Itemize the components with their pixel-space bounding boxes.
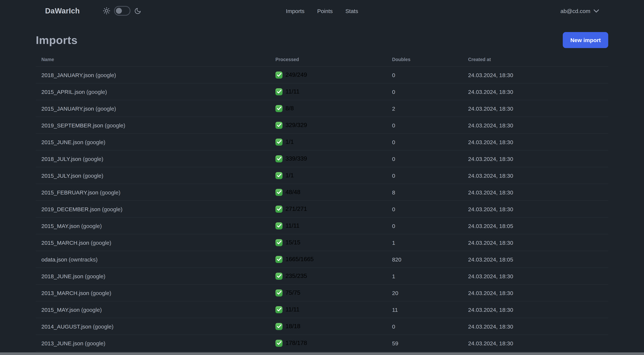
import-file-link[interactable]: 2014_AUGUST.json — [41, 323, 92, 330]
created-at-value: 24.03.2024, 18:30 — [468, 72, 513, 78]
import-file-link[interactable]: 2013_JUNE.json — [41, 340, 83, 346]
table-row: 2015_JULY.json (google) 1/1 0 24.03.2024… — [36, 167, 608, 184]
import-file-link[interactable]: 2018_JULY.json — [41, 156, 81, 162]
doubles-count: 0 — [392, 72, 395, 78]
import-source-label: (google) — [93, 323, 114, 330]
table-body: 2018_JANUARY.json (google) 249/249 0 24.… — [36, 67, 608, 355]
navbar: DaWarIch Imports Points Stat — [0, 0, 644, 21]
import-file-link[interactable]: 2015_FEBRUARY.json — [41, 189, 98, 195]
import-file-link[interactable]: 2018_JANUARY.json — [41, 72, 94, 78]
cell-processed: 329/329 — [270, 122, 386, 129]
cell-processed: 15/15 — [270, 239, 386, 246]
cell-name: 2015_MARCH.json (google) — [36, 239, 270, 246]
import-file-link[interactable]: 2019_SEPTEMBER.json — [41, 122, 103, 128]
doubles-count: 0 — [392, 122, 395, 128]
cell-processed: 48/48 — [270, 189, 386, 196]
success-check-icon — [276, 306, 282, 313]
processed-count: 1/1 — [286, 139, 294, 145]
import-file-link[interactable]: 2015_MAY.json — [41, 306, 80, 313]
cell-created-at: 24.03.2024, 18:05 — [462, 256, 608, 262]
cell-name: 2015_MAY.json (google) — [36, 223, 270, 229]
cell-processed: 11/11 — [270, 88, 386, 95]
created-at-value: 24.03.2024, 18:30 — [468, 189, 513, 195]
import-file-link[interactable]: 2015_JULY.json — [41, 172, 81, 179]
main-content: Imports New import Name Processed Double… — [0, 32, 644, 355]
nav-link-points[interactable]: Points — [317, 8, 332, 14]
doubles-count: 11 — [392, 306, 398, 313]
app-logo[interactable]: DaWarIch — [45, 6, 80, 15]
nav-link-stats[interactable]: Stats — [346, 8, 358, 14]
table-row: 2015_MAY.json (google) 11/11 0 24.03.202… — [36, 218, 608, 234]
doubles-count: 0 — [392, 139, 395, 145]
processed-count: 329/329 — [286, 122, 307, 128]
horizontal-scrollbar[interactable] — [0, 353, 644, 355]
created-at-value: 24.03.2024, 18:30 — [468, 88, 513, 95]
table-row: 2013_JUNE.json (google) 178/178 59 24.03… — [36, 335, 608, 352]
import-source-label: (google) — [85, 340, 106, 346]
cell-processed: 8/8 — [270, 105, 386, 112]
cell-name: 2013_MARCH.json (google) — [36, 290, 270, 296]
created-at-value: 24.03.2024, 18:30 — [468, 156, 513, 162]
account-menu[interactable]: ab@cd.com — [560, 8, 599, 14]
success-check-icon — [276, 138, 282, 145]
import-file-link[interactable]: 2015_JANUARY.json — [41, 105, 94, 112]
doubles-count: 59 — [392, 340, 398, 346]
cell-name: 2019_SEPTEMBER.json (google) — [36, 122, 270, 128]
import-source-label: (google) — [83, 172, 103, 179]
import-file-link[interactable]: 2015_MARCH.json — [41, 239, 89, 246]
cell-created-at: 24.03.2024, 18:30 — [462, 105, 608, 112]
cell-processed: 1/1 — [270, 172, 386, 179]
cell-doubles: 20 — [386, 290, 462, 296]
import-file-link[interactable]: 2013_MARCH.json — [41, 290, 89, 296]
cell-created-at: 24.03.2024, 18:30 — [462, 139, 608, 145]
moon-icon — [134, 7, 141, 14]
cell-created-at: 24.03.2024, 18:30 — [462, 323, 608, 330]
processed-count: 15/15 — [286, 239, 300, 246]
import-file-link[interactable]: 2015_JUNE.json — [41, 139, 83, 145]
success-check-icon — [276, 273, 282, 280]
import-file-link[interactable]: 2015_MAY.json — [41, 223, 80, 229]
success-check-icon — [276, 122, 282, 129]
success-check-icon — [276, 88, 282, 95]
processed-count: 1/1 — [286, 172, 294, 179]
theme-toggle-group — [103, 6, 141, 16]
success-check-icon — [276, 222, 282, 229]
cell-processed: 235/235 — [270, 273, 386, 280]
import-source-label: (google) — [83, 156, 103, 162]
doubles-count: 0 — [392, 88, 395, 95]
cell-doubles: 0 — [386, 156, 462, 162]
table-row: 2019_DECEMBER.json (google) 271/271 0 24… — [36, 201, 608, 218]
doubles-count: 1 — [392, 239, 395, 246]
app-viewport: DaWarIch Imports Points Stat — [0, 0, 644, 355]
created-at-value: 24.03.2024, 18:30 — [468, 273, 513, 279]
cell-name: 2015_FEBRUARY.json (google) — [36, 189, 270, 195]
cell-created-at: 24.03.2024, 18:30 — [462, 206, 608, 212]
import-source-label: (google) — [85, 139, 106, 145]
import-file-link[interactable]: 2018_JUNE.json — [41, 273, 83, 279]
cell-doubles: 0 — [386, 323, 462, 330]
success-check-icon — [276, 289, 282, 296]
cell-created-at: 24.03.2024, 18:05 — [462, 223, 608, 229]
table-row: 2018_JANUARY.json (google) 249/249 0 24.… — [36, 67, 608, 83]
import-source-label: (google) — [102, 206, 122, 212]
import-file-link[interactable]: 2019_DECEMBER.json — [41, 206, 100, 212]
theme-switch[interactable] — [114, 6, 130, 16]
import-file-link[interactable]: odata.json — [41, 256, 67, 262]
account-email: ab@cd.com — [560, 8, 590, 14]
cell-created-at: 24.03.2024, 18:30 — [462, 189, 608, 195]
cell-doubles: 11 — [386, 306, 462, 313]
table-row: 2015_FEBRUARY.json (google) 48/48 8 24.0… — [36, 184, 608, 201]
import-source-label: (google) — [81, 306, 102, 313]
cell-name: 2014_AUGUST.json (google) — [36, 323, 270, 330]
table-row: 2015_JUNE.json (google) 1/1 0 24.03.2024… — [36, 134, 608, 150]
import-file-link[interactable]: 2015_APRIL.json — [41, 88, 85, 95]
table-row: 2013_MARCH.json (google) 75/75 20 24.03.… — [36, 285, 608, 301]
new-import-button[interactable]: New import — [563, 32, 608, 48]
created-at-value: 24.03.2024, 18:30 — [468, 290, 513, 296]
nav-link-imports[interactable]: Imports — [286, 8, 304, 14]
doubles-count: 8 — [392, 189, 395, 195]
processed-count: 8/8 — [286, 105, 294, 112]
cell-name: 2019_DECEMBER.json (google) — [36, 206, 270, 212]
created-at-value: 24.03.2024, 18:30 — [468, 172, 513, 179]
cell-name: 2015_JUNE.json (google) — [36, 139, 270, 145]
